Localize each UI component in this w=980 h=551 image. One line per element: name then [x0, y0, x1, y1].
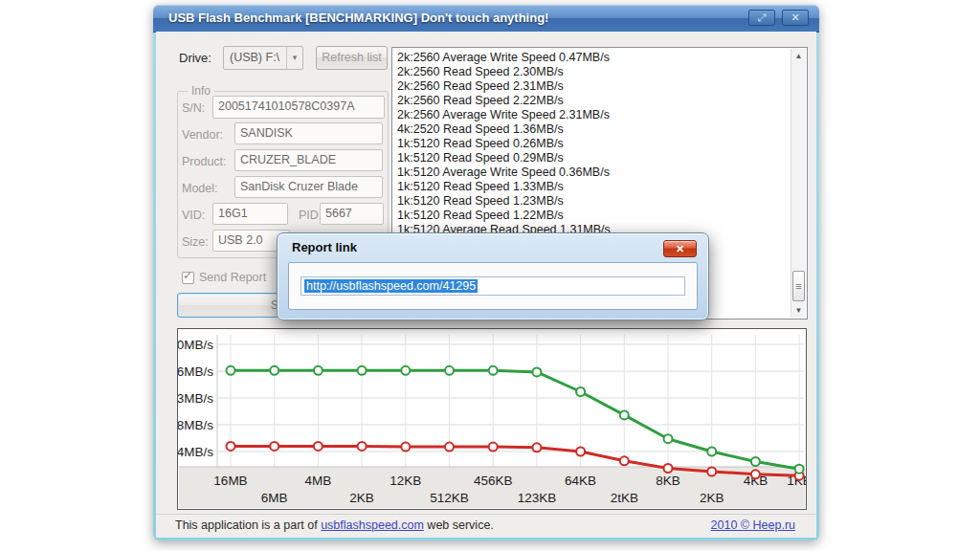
result-row[interactable]: 2k:2560 Read Speed 2.22MB/s	[394, 94, 788, 108]
send-report-checkbox[interactable]: ✓	[182, 272, 194, 284]
vendor-label: Vendor:	[182, 128, 223, 142]
dialog-close-button[interactable]: ✕	[663, 240, 697, 257]
check-icon: ✓	[183, 269, 192, 282]
chevron-down-icon: ▾	[286, 47, 302, 69]
result-row[interactable]: 2k:2560 Average Write Speed 2.31MB/s	[394, 108, 788, 122]
dialog-panel: http://usbflashspeed.com/41295	[288, 262, 698, 310]
svg-text:123KB: 123KB	[518, 491, 557, 505]
vid-field[interactable]: 16G1	[212, 203, 288, 225]
svg-text:20MB/s: 20MB/s	[178, 338, 213, 352]
copyright-link[interactable]: 2010 © Heep.ru	[711, 518, 795, 532]
scroll-up-icon[interactable]: ▲	[791, 49, 806, 63]
result-row[interactable]: 1k:5120 Average Write Speed 0.36MB/s	[394, 165, 788, 180]
grip-icon: ≡	[795, 280, 801, 292]
model-field[interactable]: SanDisk Cruzer Blade	[234, 176, 383, 198]
dialog-title: Report link	[292, 240, 357, 254]
pid-label: PID:	[299, 209, 322, 222]
result-row[interactable]: 1k:5120 Read Speed 1.33MB/s	[394, 180, 788, 194]
model-label: Model:	[182, 182, 218, 195]
result-row[interactable]: 2k:2560 Read Speed 2.31MB/s	[394, 79, 788, 94]
sn-label: S/N:	[182, 101, 205, 115]
drive-value: (USB) F:\	[230, 51, 279, 64]
close-icon: ✕	[791, 11, 799, 23]
svg-text:456KB: 456KB	[474, 474, 513, 488]
refresh-list-button[interactable]: Refresh list	[316, 46, 388, 70]
scrollbar[interactable]: ▲ ≡ ▼	[791, 49, 806, 318]
footer-prefix: This application is a part of	[175, 518, 321, 532]
restore-icon: ⤢	[758, 11, 767, 23]
window-title: USB Flash Benchmark [BENCHMARKING] Don't…	[168, 11, 548, 25]
svg-text:6MB: 6MB	[261, 491, 288, 505]
svg-text:4MB: 4MB	[305, 474, 332, 488]
restore-button[interactable]: ⤢	[748, 10, 775, 26]
product-label: Product:	[182, 155, 227, 168]
scroll-down-icon[interactable]: ▼	[791, 303, 806, 318]
drive-select[interactable]: (USB) F:\ ▾	[223, 46, 303, 70]
svg-text:13MB/s: 13MB/s	[178, 391, 213, 406]
result-row[interactable]: 1k:5120 Read Speed 1.22MB/s	[394, 209, 788, 223]
desktop: USB Flash Benchmark [BENCHMARKING] Don't…	[0, 0, 980, 551]
pid-field[interactable]: 5667	[320, 203, 384, 225]
svg-text:8KB: 8KB	[656, 474, 680, 488]
sn-field[interactable]: 20051741010578C0397A	[212, 96, 385, 119]
chart-svg: 20MB/s16MB/s13MB/s8MB/s4MB/s16MB6MB4MB2K…	[178, 329, 806, 509]
svg-text:8MB/s: 8MB/s	[178, 418, 213, 432]
footer-divider	[156, 514, 816, 515]
usbflashspeed-link[interactable]: usbflashspeed.com	[321, 518, 424, 532]
report-link-dialog: Report link ✕ http://usbflashspeed.com/4…	[277, 232, 709, 320]
dialog-close-icon: ✕	[676, 243, 684, 254]
titlebar: USB Flash Benchmark [BENCHMARKING] Don't…	[153, 5, 819, 32]
vid-label: VID:	[182, 209, 205, 222]
footer-text: This application is a part of usbflashsp…	[175, 518, 494, 532]
product-field[interactable]: CRUZER_BLADE	[234, 149, 383, 171]
close-button[interactable]: ✕	[782, 10, 809, 26]
vendor-field[interactable]: SANDISK	[234, 122, 383, 144]
svg-text:16MB: 16MB	[213, 474, 247, 488]
result-row[interactable]: 2k:2560 Average Write Speed 0.47MB/s	[394, 51, 788, 65]
result-row[interactable]: 1k:5120 Read Speed 1.23MB/s	[394, 194, 788, 209]
report-url-input[interactable]: http://usbflashspeed.com/41295	[301, 276, 685, 296]
svg-text:2KB: 2KB	[349, 491, 374, 505]
svg-text:12KB: 12KB	[390, 474, 421, 488]
footer-suffix: web service.	[424, 518, 494, 532]
scroll-thumb[interactable]: ≡	[792, 271, 805, 301]
result-row[interactable]: 1k:5120 Read Speed 0.26MB/s	[394, 137, 788, 151]
benchmark-chart: 20MB/s16MB/s13MB/s8MB/s4MB/s16MB6MB4MB2K…	[177, 328, 807, 510]
send-report-label: Send Report	[199, 271, 266, 284]
svg-text:4MB/s: 4MB/s	[178, 445, 213, 459]
size-label: Size:	[182, 235, 209, 249]
result-row[interactable]: 2k:2560 Read Speed 2.30MB/s	[394, 65, 788, 79]
svg-text:16MB/s: 16MB/s	[178, 364, 213, 379]
result-row[interactable]: 1k:5120 Read Speed 0.29MB/s	[394, 151, 788, 165]
svg-text:512KB: 512KB	[430, 491, 469, 505]
result-row[interactable]: 4k:2520 Read Speed 1.36MB/s	[394, 122, 788, 137]
svg-text:2KB: 2KB	[700, 491, 724, 505]
report-url-selected-text: http://usbflashspeed.com/41295	[304, 279, 478, 293]
drive-label: Drive:	[179, 51, 212, 65]
info-group-legend: Info	[188, 84, 214, 98]
svg-text:2tKB: 2tKB	[611, 491, 638, 505]
svg-text:64KB: 64KB	[565, 474, 596, 488]
